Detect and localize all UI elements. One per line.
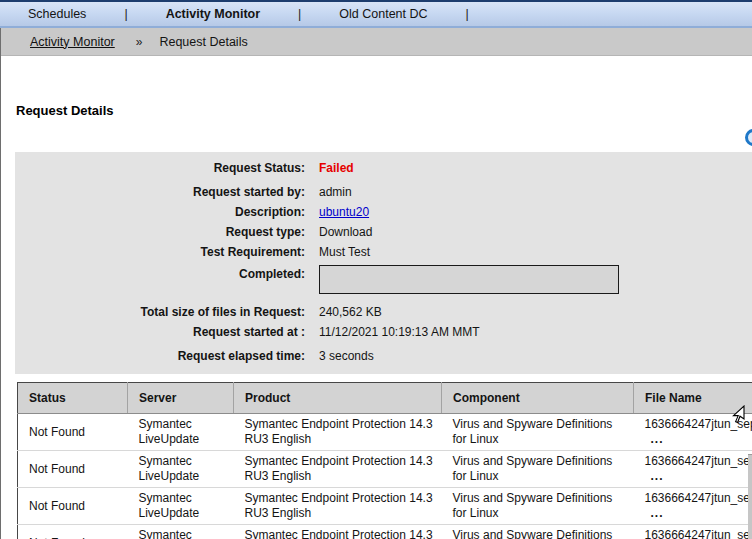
file-name-ellipsis[interactable]: ... <box>645 432 752 447</box>
detail-label: Request Status: <box>15 158 319 178</box>
column-header-status: Status <box>18 383 128 414</box>
results-table: StatusServerProductComponentFile Name No… <box>17 382 752 539</box>
top-navigation: Schedules|Activity Monitor|Old Content D… <box>0 0 752 28</box>
cell-status: Not Found <box>18 488 128 525</box>
breadcrumb: Activity Monitor » Request Details <box>1 28 752 56</box>
column-header-product: Product <box>234 383 442 414</box>
file-name-text: 1636664247jtun_sep <box>645 491 752 506</box>
detail-label: Request type: <box>15 222 319 242</box>
detail-label: Request elapsed time: <box>15 346 319 366</box>
detail-row-completed: Completed: <box>15 264 752 294</box>
detail-value: 11/12/2021 10:19:13 AM MMT <box>319 322 480 342</box>
detail-label: Test Requirement: <box>15 242 319 262</box>
breadcrumb-current: Request Details <box>159 35 247 49</box>
detail-value: 3 seconds <box>319 346 374 366</box>
cell-status: Not Found <box>18 414 128 451</box>
cell-file-name: 1636664247jtun_sep... <box>634 525 752 539</box>
nav-item-schedules[interactable]: Schedules <box>28 7 86 21</box>
cell-component: Virus and Spyware Definitions for Linux <box>442 488 634 525</box>
detail-label: Description: <box>15 202 319 222</box>
table-row: Not FoundSymantec LiveUpdateSymantec End… <box>18 451 752 488</box>
cell-product: Symantec Endpoint Protection 14.3 RU3 En… <box>234 451 442 488</box>
nav-separator: | <box>298 7 301 21</box>
column-header-server: Server <box>128 383 234 414</box>
nav-separator: | <box>466 7 469 21</box>
file-name-ellipsis[interactable]: ... <box>645 506 752 521</box>
detail-label: Completed: <box>15 264 319 284</box>
cell-server: Symantec LiveUpdate <box>128 488 234 525</box>
detail-row-description: Description:ubuntu20 <box>15 202 752 222</box>
right-scrollbar-edge[interactable] <box>748 454 752 539</box>
cell-file-name: 1636664247jtun_sep... <box>634 488 752 525</box>
cell-product: Symantec Endpoint Protection 14.3 RU3 En… <box>234 525 442 539</box>
status-value-failed: Failed <box>319 158 354 178</box>
detail-value: admin <box>319 182 352 202</box>
results-table-header: StatusServerProductComponentFile Name <box>18 383 752 414</box>
cell-status: Not Found <box>18 525 128 539</box>
mouse-cursor-icon <box>729 405 746 426</box>
detail-label: Total size of files in Request: <box>15 302 319 322</box>
breadcrumb-separator-icon: » <box>136 35 143 49</box>
help-circle-icon[interactable] <box>745 129 752 146</box>
detail-row-request-status: Request Status:Failed <box>15 158 752 178</box>
cell-status: Not Found <box>18 451 128 488</box>
nav-separator: | <box>124 7 127 21</box>
detail-row-request-started-by: Request started by:admin <box>15 182 752 202</box>
page-title: Request Details <box>16 103 752 118</box>
detail-row-test-requirement: Test Requirement:Must Test <box>15 242 752 262</box>
cell-component: Virus and Spyware Definitions for Linux <box>442 525 634 539</box>
table-row: Not FoundSymantec LiveUpdateSymantec End… <box>18 488 752 525</box>
detail-value: 240,562 KB <box>319 302 382 322</box>
cell-product: Symantec Endpoint Protection 14.3 RU3 En… <box>234 414 442 451</box>
cell-server: Symantec LiveUpdate <box>128 414 234 451</box>
cell-file-name: 1636664247jtun_sep... <box>634 451 752 488</box>
file-name-ellipsis[interactable]: ... <box>645 469 752 484</box>
detail-value: Download <box>319 222 372 242</box>
nav-item-old-content-dc[interactable]: Old Content DC <box>339 7 427 21</box>
detail-row-request-elapsed-time: Request elapsed time:3 seconds <box>15 346 752 366</box>
request-details-panel: Request Status:FailedRequest started by:… <box>15 152 752 374</box>
page-frame: Activity Monitor » Request Details Reque… <box>0 28 752 539</box>
table-row: Not FoundSymantec LiveUpdateSymantec End… <box>18 414 752 451</box>
cell-server: Symantec LiveUpdate <box>128 525 234 539</box>
detail-value: Must Test <box>319 242 370 262</box>
cell-server: Symantec LiveUpdate <box>128 451 234 488</box>
detail-label: Request started by: <box>15 182 319 202</box>
nav-item-activity-monitor[interactable]: Activity Monitor <box>166 7 260 21</box>
file-name-text: 1636664247jtun_sep <box>645 528 752 539</box>
cell-component: Virus and Spyware Definitions for Linux <box>442 451 634 488</box>
detail-label: Request started at : <box>15 322 319 342</box>
cell-component: Virus and Spyware Definitions for Linux <box>442 414 634 451</box>
cell-product: Symantec Endpoint Protection 14.3 RU3 En… <box>234 488 442 525</box>
breadcrumb-link-activity-monitor[interactable]: Activity Monitor <box>30 35 115 49</box>
completed-field <box>319 265 619 294</box>
results-table-body: Not FoundSymantec LiveUpdateSymantec End… <box>18 414 752 539</box>
description-link[interactable]: ubuntu20 <box>319 202 369 222</box>
detail-row-request-type: Request type:Download <box>15 222 752 242</box>
detail-row-total-size-of-files-in-request: Total size of files in Request:240,562 K… <box>15 302 752 322</box>
detail-row-request-started-at-: Request started at :11/12/2021 10:19:13 … <box>15 322 752 342</box>
file-name-text: 1636664247jtun_sep <box>645 454 752 469</box>
column-header-component: Component <box>442 383 634 414</box>
table-row: Not FoundSymantec LiveUpdateSymantec End… <box>18 525 752 539</box>
